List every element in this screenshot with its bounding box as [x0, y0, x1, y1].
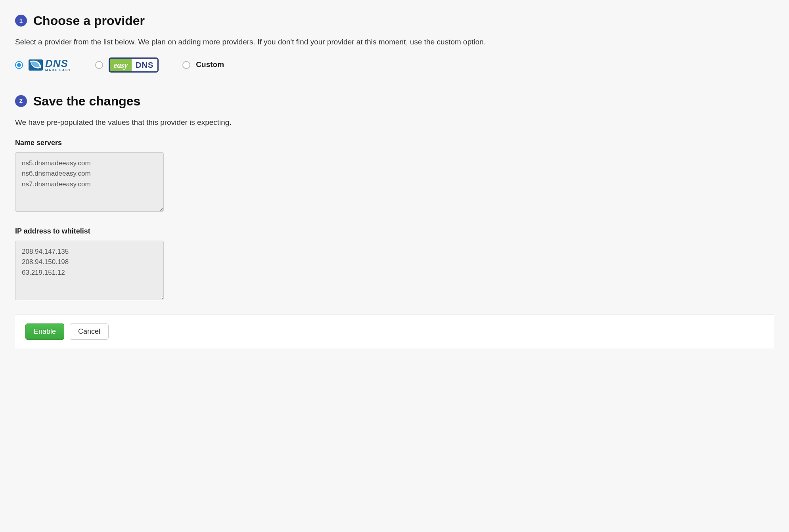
provider-option-custom[interactable]: Custom — [182, 59, 224, 71]
radio-checked-icon — [15, 61, 23, 69]
section-header: 1 Choose a provider — [15, 11, 774, 30]
field-nameservers: Name servers — [15, 138, 774, 215]
provider-option-easydns[interactable]: easy DNS — [95, 57, 159, 73]
dnsmadeeasy-mark-icon — [29, 58, 43, 72]
cancel-button[interactable]: Cancel — [70, 323, 109, 340]
easydns-easy-label: easy — [110, 59, 132, 71]
dnsmadeeasy-logo: DNS MADE EASY — [29, 58, 71, 72]
easydns-logo: easy DNS — [109, 57, 159, 73]
dnsmadeeasy-sub-label: MADE EASY — [45, 69, 71, 72]
whitelist-label: IP address to whitelist — [15, 226, 774, 237]
dnsmadeeasy-dns-label: DNS — [45, 58, 71, 69]
section-description: Select a provider from the list below. W… — [15, 36, 774, 48]
section-save-changes: 2 Save the changes We have pre-populated… — [15, 92, 774, 304]
provider-list: DNS MADE EASY easy DNS Custom — [15, 57, 774, 73]
provider-option-dnsmadeeasy[interactable]: DNS MADE EASY — [15, 58, 71, 72]
nameservers-label: Name servers — [15, 138, 774, 148]
radio-unchecked-icon — [182, 61, 190, 69]
section-header: 2 Save the changes — [15, 92, 774, 111]
step-badge-2: 2 — [15, 95, 27, 107]
nameservers-textarea[interactable] — [15, 152, 164, 212]
dnsmadeeasy-text: DNS MADE EASY — [45, 58, 71, 72]
easydns-dns-label: DNS — [132, 59, 157, 71]
enable-button[interactable]: Enable — [25, 323, 64, 340]
section-title: Choose a provider — [33, 11, 145, 30]
step-badge-1: 1 — [15, 15, 27, 27]
section-title: Save the changes — [33, 92, 140, 111]
section-choose-provider: 1 Choose a provider Select a provider fr… — [15, 11, 774, 73]
radio-unchecked-icon — [95, 61, 103, 69]
section-description: We have pre-populated the values that th… — [15, 117, 774, 128]
whitelist-textarea[interactable] — [15, 241, 164, 300]
provider-custom-label: Custom — [196, 59, 224, 71]
field-whitelist: IP address to whitelist — [15, 226, 774, 303]
actions-bar: Enable Cancel — [15, 314, 774, 348]
